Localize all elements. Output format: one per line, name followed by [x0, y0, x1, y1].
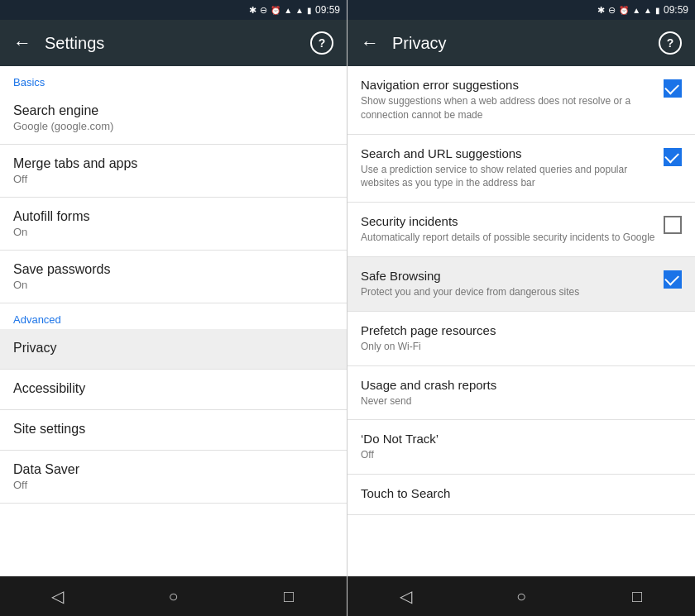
autofill-item[interactable]: Autofill forms On [0, 198, 347, 251]
left-recents-nav[interactable]: □ [264, 580, 314, 613]
left-top-bar: ← Settings ? [0, 20, 347, 66]
safe-browsing-item[interactable]: Safe Browsing Protect you and your devic… [348, 257, 695, 312]
left-settings-list: Basics Search engine Google (google.com)… [0, 66, 347, 576]
right-alarm-icon: ⏰ [619, 6, 629, 15]
merge-tabs-item[interactable]: Merge tabs and apps Off [0, 145, 347, 198]
right-panel: ✱ ⊖ ⏰ ▲ ▲ ▮ 09:59 ← Privacy ? Navigation… [348, 0, 695, 616]
privacy-settings-list: Navigation error suggestions Show sugges… [348, 66, 695, 576]
right-signal-icon: ▲ [644, 6, 652, 15]
bt-icon: ✱ [249, 5, 256, 16]
left-page-title: Settings [45, 34, 297, 53]
left-back-nav[interactable]: ◁ [33, 580, 83, 613]
left-bottom-nav: ◁ ○ □ [0, 576, 347, 616]
battery-icon: ▮ [307, 6, 312, 15]
privacy-item[interactable]: Privacy [0, 329, 347, 370]
nav-error-item[interactable]: Navigation error suggestions Show sugges… [348, 66, 695, 135]
left-home-nav[interactable]: ○ [148, 580, 198, 613]
site-settings-item[interactable]: Site settings [0, 410, 347, 451]
right-home-nav[interactable]: ○ [496, 580, 546, 613]
right-back-nav[interactable]: ◁ [381, 580, 430, 613]
right-battery-icon: ▮ [655, 6, 660, 15]
prefetch-item[interactable]: Prefetch page resources Only on Wi-Fi [348, 312, 695, 366]
right-wifi-icon: ▲ [632, 6, 640, 15]
right-bt-icon: ✱ [597, 5, 605, 16]
right-time: 09:59 [664, 4, 688, 16]
left-panel: ✱ ⊖ ⏰ ▲ ▲ ▮ 09:59 ← Settings ? Basics Se… [0, 0, 348, 616]
wifi-icon: ▲ [284, 6, 292, 15]
right-help-button[interactable]: ? [659, 31, 682, 55]
right-page-title: Privacy [392, 34, 645, 53]
left-status-bar: ✱ ⊖ ⏰ ▲ ▲ ▮ 09:59 [0, 0, 347, 20]
nav-error-checkbox[interactable] [664, 79, 682, 98]
right-bottom-nav: ◁ ○ □ [348, 576, 695, 616]
search-engine-item[interactable]: Search engine Google (google.com) [0, 92, 347, 145]
usage-crash-item[interactable]: Usage and crash reports Never send [348, 366, 695, 421]
alarm-icon: ⏰ [271, 6, 280, 15]
minus-icon: ⊖ [260, 5, 267, 16]
left-back-button[interactable]: ← [13, 32, 31, 54]
save-passwords-item[interactable]: Save passwords On [0, 251, 347, 303]
security-incidents-checkbox[interactable] [664, 216, 682, 234]
right-back-button[interactable]: ← [361, 32, 379, 54]
data-saver-item[interactable]: Data Saver Off [0, 451, 347, 504]
search-url-checkbox[interactable] [664, 148, 682, 166]
advanced-section-label: Advanced [0, 303, 347, 329]
left-time: 09:59 [315, 4, 340, 16]
security-incidents-item[interactable]: Security incidents Automatically report … [348, 203, 695, 257]
basics-section-label: Basics [0, 66, 347, 92]
right-recents-nav[interactable]: □ [612, 580, 662, 613]
right-minus-icon: ⊖ [608, 5, 616, 16]
search-url-item[interactable]: Search and URL suggestions Use a predict… [348, 135, 695, 203]
touch-search-item[interactable]: Touch to Search [348, 475, 695, 515]
safe-browsing-checkbox[interactable] [664, 270, 682, 289]
right-status-bar: ✱ ⊖ ⏰ ▲ ▲ ▮ 09:59 [348, 0, 695, 20]
accessibility-item[interactable]: Accessibility [0, 370, 347, 410]
do-not-track-item[interactable]: ‘Do Not Track’ Off [348, 420, 695, 475]
right-top-bar: ← Privacy ? [348, 20, 695, 66]
left-help-button[interactable]: ? [310, 31, 333, 55]
signal-icon: ▲ [295, 6, 304, 15]
